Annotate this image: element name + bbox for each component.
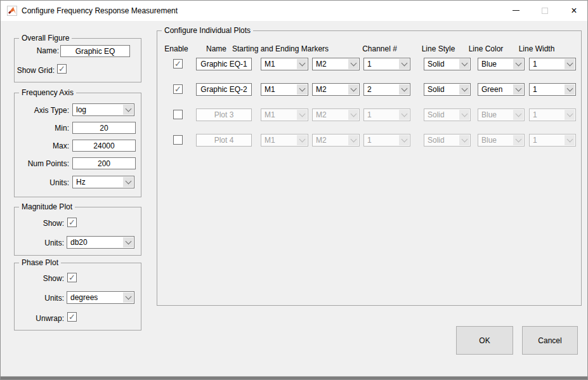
chevron-down-icon: [123, 292, 133, 303]
show-grid-checkbox[interactable]: ✓: [57, 64, 67, 74]
line-style-dropdown-row2[interactable]: Solid: [424, 83, 471, 96]
chevron-down-icon: [565, 135, 575, 145]
close-icon: ×: [571, 5, 577, 16]
chevron-down-icon: [348, 110, 358, 120]
column-header-channel: Channel #: [356, 44, 403, 53]
chevron-down-icon: [399, 59, 409, 69]
end-marker-dropdown-row4: M2: [312, 134, 360, 147]
line-color-dropdown-row1[interactable]: Blue: [478, 58, 525, 70]
enable-checkbox-row1[interactable]: ✓: [173, 59, 183, 69]
channel-dropdown-row1[interactable]: 1: [363, 58, 410, 70]
cancel-button[interactable]: Cancel: [522, 326, 578, 355]
column-header-line-style: Line Style: [416, 44, 461, 53]
column-header-markers: Starting and Ending Markers: [232, 44, 327, 53]
chevron-down-icon: [513, 84, 523, 95]
enable-checkbox-row3[interactable]: [173, 110, 183, 119]
magnitude-show-checkbox[interactable]: ✓: [67, 218, 77, 227]
max-input[interactable]: 24000: [72, 140, 136, 152]
plot-name-input-row2[interactable]: Graphic EQ-2: [196, 83, 252, 96]
phase-plot-group-title: Phase Plot: [19, 258, 61, 267]
phase-units-label: Units:: [13, 294, 64, 303]
maximize-icon: [542, 8, 548, 14]
plot-name-input-row3: Plot 3: [196, 108, 252, 121]
window-bottom-edge: [1, 376, 587, 379]
start-marker-dropdown-row3: M1: [261, 108, 308, 121]
chevron-down-icon: [123, 177, 133, 187]
chevron-down-icon: [459, 59, 469, 69]
chevron-down-icon: [297, 84, 307, 95]
num-points-input[interactable]: 200: [72, 157, 136, 169]
end-marker-dropdown-row1[interactable]: M2: [312, 58, 360, 70]
chevron-down-icon: [459, 135, 469, 145]
line-style-dropdown-row4: Solid: [424, 134, 471, 147]
line-style-dropdown-row1[interactable]: Solid: [424, 58, 471, 70]
start-marker-dropdown-row2[interactable]: M1: [261, 83, 308, 96]
chevron-down-icon: [297, 59, 307, 69]
end-marker-dropdown-row2[interactable]: M2: [312, 83, 360, 96]
dialog-window: Configure Frequency Response Measurement…: [0, 0, 588, 380]
check-icon: ✓: [58, 65, 65, 73]
chevron-down-icon: [565, 84, 575, 95]
title-bar: Configure Frequency Response Measurement…: [1, 1, 587, 21]
magnitude-units-dropdown[interactable]: db20: [67, 236, 134, 249]
show-grid-label: Show Grid:: [13, 66, 55, 75]
chevron-down-icon: [399, 84, 409, 95]
phase-unwrap-label: Unwrap:: [13, 314, 64, 323]
phase-units-dropdown[interactable]: degrees: [67, 291, 134, 304]
plot-name-input-row1[interactable]: Graphic EQ-1: [196, 58, 252, 70]
check-icon: ✓: [69, 313, 75, 321]
close-button[interactable]: ×: [559, 1, 588, 20]
column-header-line-width: Line Width: [514, 44, 559, 53]
channel-dropdown-row4: 1: [363, 134, 410, 147]
chevron-down-icon: [459, 110, 469, 120]
individual-plots-group-title: Configure Individual Plots: [162, 26, 253, 35]
chevron-down-icon: [348, 84, 358, 95]
name-label: Name:: [13, 46, 59, 55]
freq-units-dropdown[interactable]: Hz: [72, 176, 134, 188]
enable-checkbox-row4[interactable]: [173, 135, 183, 145]
start-marker-dropdown-row4: M1: [261, 134, 308, 147]
axis-type-label: Axis Type:: [13, 106, 69, 115]
line-color-dropdown-row2[interactable]: Green: [478, 83, 525, 96]
chevron-down-icon: [348, 135, 358, 145]
magnitude-plot-group-title: Magnitude Plot: [19, 202, 75, 211]
min-input[interactable]: 20: [72, 122, 136, 134]
chevron-down-icon: [513, 135, 523, 145]
ok-button[interactable]: OK: [456, 326, 513, 355]
chevron-down-icon: [123, 237, 133, 247]
chevron-down-icon: [565, 59, 575, 69]
line-width-dropdown-row2[interactable]: 1: [529, 83, 576, 96]
check-icon: ✓: [174, 60, 181, 68]
minimize-button[interactable]: [501, 1, 530, 20]
line-color-dropdown-row4: Blue: [478, 134, 525, 147]
min-label: Min:: [13, 124, 69, 133]
check-icon: ✓: [174, 85, 181, 93]
column-header-name: Name: [197, 44, 235, 53]
column-header-line-color: Line Color: [464, 44, 508, 53]
phase-unwrap-checkbox[interactable]: ✓: [67, 312, 77, 322]
line-style-dropdown-row3: Solid: [424, 108, 471, 121]
phase-show-checkbox[interactable]: ✓: [67, 273, 77, 282]
overall-figure-group-title: Overall Figure: [19, 34, 72, 43]
start-marker-dropdown-row1[interactable]: M1: [261, 58, 308, 70]
num-points-label: Num Points:: [13, 159, 69, 168]
chevron-down-icon: [565, 110, 575, 120]
figure-name-input[interactable]: Graphic EQ: [60, 45, 130, 57]
check-icon: ✓: [69, 218, 75, 226]
chevron-down-icon: [297, 135, 307, 145]
max-label: Max:: [13, 141, 69, 150]
individual-plots-group: Configure Individual Plots: [157, 30, 582, 306]
chevron-down-icon: [399, 110, 409, 120]
chevron-down-icon: [399, 135, 409, 145]
line-width-dropdown-row1[interactable]: 1: [529, 58, 576, 70]
frequency-axis-group-title: Frequency Axis: [19, 88, 76, 97]
line-color-dropdown-row3: Blue: [478, 108, 525, 121]
enable-checkbox-row2[interactable]: ✓: [173, 84, 183, 94]
chevron-down-icon: [348, 59, 358, 69]
chevron-down-icon: [123, 105, 133, 115]
maximize-button[interactable]: [530, 1, 559, 20]
channel-dropdown-row2[interactable]: 2: [363, 83, 410, 96]
axis-type-dropdown[interactable]: log: [72, 103, 134, 116]
chevron-down-icon: [459, 84, 469, 95]
line-width-dropdown-row4: 1: [529, 134, 576, 147]
